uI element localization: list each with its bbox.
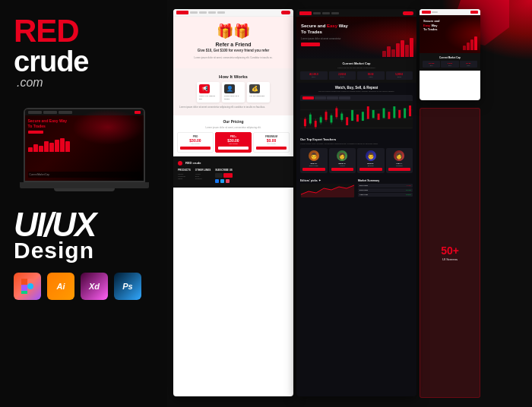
small-stat-2-lbl: ETH [442, 65, 457, 66]
laptop-nav-cta [135, 111, 141, 114]
svg-rect-25 [351, 110, 353, 121]
small-stat-3: $0.50 XRP [460, 61, 477, 68]
referral-icons: 🎁🎁 [178, 24, 289, 38]
teacher-1-follow-btn[interactable] [302, 168, 325, 171]
editors-picks-title: Editors' picks ✦ [300, 179, 355, 182]
chart-tab-4h[interactable] [315, 96, 326, 99]
laptop-content: Secure and Easy Way To Trades [25, 115, 144, 155]
chart-bar-7 [60, 138, 65, 152]
market-row-2: ETH/USD +2.4% [358, 188, 413, 192]
small-nav-link [432, 11, 438, 13]
stat-bitcoin-lbl: BTC [302, 76, 326, 78]
teacher-2: 👩 Sarah K. Analyst [329, 148, 356, 173]
market-row-3-val: +0.8% [406, 194, 411, 196]
plan-btn-pro[interactable] [180, 147, 211, 150]
market-row-1-name: BTC/USD [359, 185, 368, 187]
dark-hero-cta[interactable] [301, 43, 320, 46]
pricing-card-freemium: FREEMIUM $0.00 Per month [253, 132, 290, 153]
editors-chart [300, 184, 355, 197]
step-2-text: Friend signs up & trades [224, 95, 242, 100]
svg-point-2 [27, 283, 33, 289]
instagram-icon [226, 179, 230, 183]
chart-tab-1h[interactable] [302, 96, 314, 99]
laptop-nav [25, 109, 144, 115]
teacher-4: 👩 Amy L. Strategist [386, 148, 413, 173]
footer-col-products: PRODUCTS Charts Screener News [178, 169, 191, 183]
small-bar-3 [470, 39, 473, 50]
referral-subtitle: Give $10, Get $100 for every friend you … [178, 49, 289, 53]
footer-col-subscribe: SUBSCRIBE US [215, 169, 233, 183]
hero-bar-4 [396, 43, 400, 57]
market-row-1-val: -1.2% [406, 185, 411, 187]
small-stat-2: 2,813 ETH [441, 61, 458, 68]
footer-col-other: OTHER LINKS About Blog Support [195, 169, 211, 183]
ps-label: Ps [122, 282, 132, 291]
twitter-icon [220, 179, 224, 183]
hero-bar-7 [410, 38, 413, 57]
hero-bar-6 [405, 45, 409, 57]
stat-xrp-lbl: XRP [359, 76, 383, 78]
small-bar-1 [463, 46, 466, 50]
footer-columns: PRODUCTS Charts Screener News OTHER LINK… [178, 169, 289, 183]
svg-rect-24 [346, 117, 348, 125]
teacher-4-role: Strategist [388, 165, 411, 166]
nav-cta-btn [281, 11, 290, 14]
teacher-3-emoji: 👨 [366, 150, 376, 161]
steps-row: 📢 Share your referral link 👤 Friend sign… [178, 82, 289, 103]
gift-icon: 🎁🎁 [217, 24, 250, 38]
trading-chart-widget [300, 95, 413, 129]
laptop-stand [54, 188, 115, 191]
dark-nav-bar [296, 9, 416, 17]
footer-subscribe-title: SUBSCRIBE US [215, 169, 233, 172]
chart-tab-1d[interactable] [327, 96, 338, 99]
footer-logo-dot [178, 161, 182, 166]
market-summary: Market Summary BTC/USD -1.2% ETH/USD +2.… [358, 179, 413, 197]
svg-rect-30 [378, 114, 380, 120]
plan-btn-proplus[interactable] [218, 147, 249, 150]
plan-period-pro: Per month [180, 143, 211, 145]
ai-label: Ai [57, 282, 65, 291]
stats-badge: 50+ UI Screens [420, 108, 480, 398]
teacher-2-follow-btn[interactable] [331, 168, 354, 171]
mockup-nav-bar [173, 9, 293, 17]
referral-hero-section: 🎁🎁 Refer a Friend Give $10, Get $100 for… [173, 17, 293, 68]
chart-bar-8 [65, 141, 70, 152]
teacher-3-follow-btn[interactable] [359, 168, 382, 171]
footer-link-6: Support [195, 178, 211, 180]
dark-nav-link-1 [313, 12, 321, 14]
editors-chart-svg [300, 184, 355, 197]
teacher-2-avatar: 👩 [337, 150, 347, 161]
editors-market-section: Editors' picks ✦ Market Summary [296, 176, 416, 200]
pricing-card-proplus: PRO+ $30.00 Per month [215, 132, 252, 153]
small-hero-dark: Secure andEasy WayTo Trades [420, 15, 480, 53]
footer-subscribe-form [215, 173, 233, 178]
step-2-icon: 👤 [224, 84, 235, 93]
hero-bar-2 [387, 46, 391, 57]
teacher-2-emoji: 👩 [337, 150, 347, 161]
svg-rect-32 [388, 112, 390, 118]
pricing-card-pro: PRO $30.00 Per month [177, 132, 214, 153]
hero-bar-5 [401, 40, 404, 57]
small-bar-2 [467, 43, 470, 50]
chart-bar-1 [28, 147, 33, 152]
small-logo [422, 11, 431, 14]
teacher-1-role: Expert Trader [302, 165, 325, 166]
teachers-section: Our Top Expert Teachers Lorem ipsum dolo… [296, 134, 416, 176]
referral-page-mockup: 🎁🎁 Refer a Friend Give $10, Get $100 for… [173, 9, 293, 396]
subscribe-btn[interactable] [223, 173, 233, 178]
laptop-base [20, 182, 149, 188]
teacher-4-emoji: 👩 [394, 150, 404, 161]
footer-link-3: News [178, 178, 191, 180]
stat-bnb: 5,000.0 BNB [386, 71, 413, 80]
uiux-title: UI/UX [14, 209, 154, 241]
chart-tab-1w[interactable] [339, 96, 350, 99]
small-stats: Current Market Cap 40,100 BTC 2,813 ETH … [420, 53, 480, 71]
teacher-2-role: Analyst [331, 165, 354, 166]
ps-icon: Ps [114, 273, 141, 300]
editors-picks: Editors' picks ✦ [300, 179, 355, 197]
subscribe-input[interactable] [215, 173, 223, 178]
teachers-title: Our Top Expert Teachers [300, 137, 413, 141]
teacher-4-follow-btn[interactable] [388, 168, 411, 171]
stat-bnb-lbl: BNB [388, 76, 412, 78]
plan-btn-freemium[interactable] [256, 147, 287, 150]
